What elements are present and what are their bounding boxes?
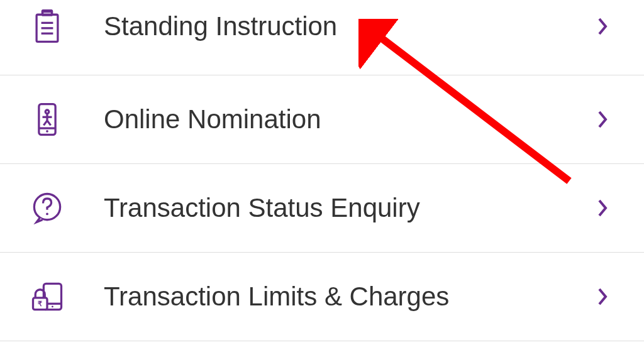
menu-item-label: Standing Instruction xyxy=(104,11,591,41)
chevron-right-icon xyxy=(591,198,616,218)
svg-point-14 xyxy=(46,213,48,216)
chevron-right-icon xyxy=(591,16,616,36)
question-bubble-icon xyxy=(25,186,69,230)
phone-person-icon xyxy=(25,97,69,141)
svg-text:₹: ₹ xyxy=(38,300,42,307)
menu-item-transaction-limits-charges[interactable]: ₹ Transaction Limits & Charges xyxy=(0,253,644,341)
menu-item-standing-instruction[interactable]: Standing Instruction xyxy=(0,0,644,75)
chevron-right-icon xyxy=(591,287,616,307)
svg-line-12 xyxy=(47,121,51,126)
svg-point-7 xyxy=(46,130,48,133)
svg-point-17 xyxy=(52,306,53,308)
menu-item-label: Online Nomination xyxy=(104,104,591,134)
lock-device-icon: ₹ xyxy=(25,275,69,319)
clipboard-icon xyxy=(25,4,69,48)
svg-point-8 xyxy=(45,110,49,114)
menu-list: Standing Instruction Online Nomination xyxy=(0,0,644,341)
chevron-right-icon xyxy=(591,109,616,129)
menu-item-label: Transaction Status Enquiry xyxy=(104,193,591,223)
menu-item-online-nomination[interactable]: Online Nomination xyxy=(0,75,644,164)
svg-rect-1 xyxy=(43,11,52,16)
menu-item-label: Transaction Limits & Charges xyxy=(104,282,591,312)
menu-item-transaction-status-enquiry[interactable]: Transaction Status Enquiry xyxy=(0,164,644,253)
